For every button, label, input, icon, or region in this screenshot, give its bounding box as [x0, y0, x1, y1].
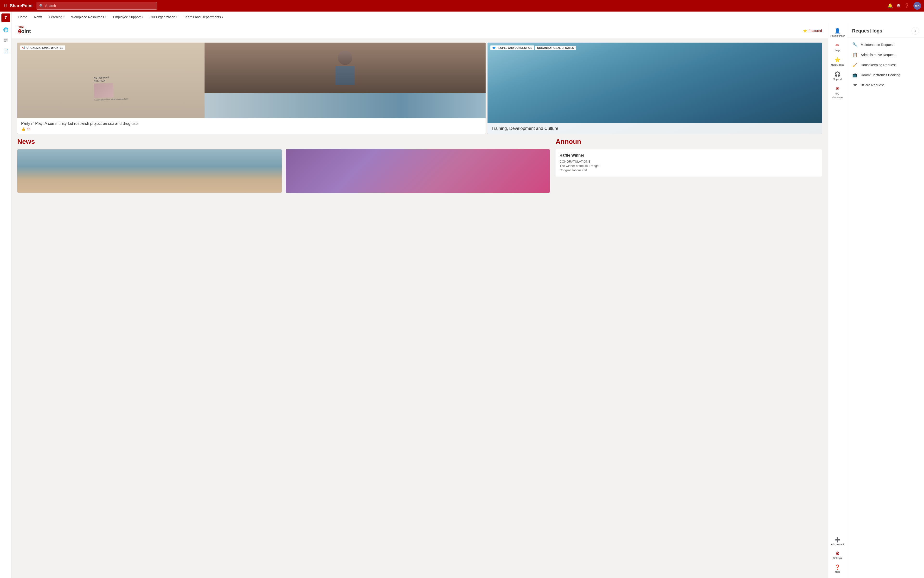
like-icon[interactable]: 👍	[21, 127, 25, 131]
quick-logs[interactable]: ✏ Logs	[829, 41, 846, 54]
help-sidebar-icon: ❓	[835, 564, 841, 570]
sidebar-collapse-btn[interactable]: ›	[911, 27, 919, 35]
collage-person-panel	[205, 42, 486, 93]
hero-card-left[interactable]: AS PESSOASPOLITICA Lorem ipsum dolor sit…	[17, 42, 486, 134]
weather-location: Vancouver	[832, 96, 843, 99]
sidebar-pages-icon[interactable]: 📰	[1, 36, 11, 45]
top-bar-right: 🔔 ⚙ ❓ MK	[887, 2, 921, 10]
nav-learning-label: Learning	[49, 15, 62, 19]
request-item-housekeeping[interactable]: 🧹 Housekeeping Request	[847, 60, 924, 70]
housekeeping-label: Housekeeping Request	[861, 63, 896, 67]
nav-employee-support-chevron: ▾	[142, 16, 143, 18]
nav-learning[interactable]: Learning ▾	[46, 11, 67, 23]
tag-label-left: ORGANIZATIONAL UPDATES	[26, 46, 63, 49]
quick-settings[interactable]: ⚙ Settings	[829, 549, 846, 562]
person-figure	[335, 50, 355, 85]
announce-col: Announ Raffle Winner CONGRATULATIONS The…	[556, 138, 822, 193]
search-box[interactable]: 🔍	[37, 2, 157, 10]
nav-employee-support[interactable]: Employee Support ▾	[110, 11, 146, 23]
quick-add-content[interactable]: ➕ Add content	[829, 535, 846, 548]
site-logo[interactable]: T	[2, 13, 10, 22]
search-input[interactable]	[45, 4, 154, 8]
logo-oint: oint	[21, 29, 31, 34]
settings-icon[interactable]: ⚙	[896, 3, 900, 8]
news-card-1[interactable]	[17, 149, 282, 193]
quick-weather[interactable]: ☀ 5°C Vancouver	[829, 84, 846, 101]
notifications-icon[interactable]: 🔔	[887, 3, 893, 8]
tag-people-conn: 👥 PEOPLE AND CONNECTION	[490, 45, 534, 50]
help-icon[interactable]: ❓	[904, 3, 909, 8]
announce-card-1: Raffle Winner CONGRATULATIONS The winner…	[556, 149, 822, 177]
nav-home[interactable]: Home	[15, 11, 30, 23]
nav-our-organization[interactable]: Our Organization ▾	[147, 11, 181, 23]
maintenance-label: Maintenance Request	[861, 43, 893, 47]
settings-sidebar-label: Settings	[833, 557, 842, 560]
nav-teams-chevron: ▾	[222, 16, 223, 18]
apps-icon[interactable]: ⠿	[3, 2, 8, 10]
news-col: News	[17, 138, 556, 193]
top-bar: ⠿ SharePoint 🔍 🔔 ⚙ ❓ MK	[0, 0, 924, 11]
hero-section: AS PESSOASPOLITICA Lorem ipsum dolor sit…	[17, 42, 822, 134]
avatar[interactable]: MK	[913, 2, 921, 10]
request-item-bcare[interactable]: ❤ BCare Request	[847, 80, 924, 90]
content-area: The oint ⭐ Featured	[11, 23, 828, 578]
quick-help[interactable]: ❓ Help	[829, 562, 846, 575]
request-item-admin[interactable]: 📋 Administrative Request	[847, 50, 924, 60]
nav-workplace-label: Workplace Resources	[71, 15, 104, 19]
quick-support[interactable]: 🎧 Support	[829, 69, 846, 83]
hero-card-right[interactable]: 👥 PEOPLE AND CONNECTION ORGANIZATIONAL U…	[488, 42, 822, 134]
tag-icon-left: 📢	[22, 46, 26, 49]
featured-label: Featured	[808, 29, 822, 33]
nav-workplace[interactable]: Workplace Resources ▾	[68, 11, 109, 23]
people-finder-icon: 👤	[835, 28, 841, 34]
announce-card-text2: The winner of the $5 Trong!!!	[560, 164, 818, 168]
nav-employee-support-label: Employee Support	[113, 15, 141, 19]
nav-learning-chevron: ▾	[63, 16, 65, 18]
announce-title: Announ	[556, 138, 822, 146]
search-icon: 🔍	[39, 4, 43, 8]
weather-temp: 5°C	[835, 93, 839, 95]
site-logo-area: The oint	[17, 25, 32, 37]
announce-card-title: Raffle Winner	[560, 153, 818, 157]
logo-point-row: oint	[18, 29, 31, 34]
quick-helpful-links[interactable]: ⭐ Helpful links	[829, 55, 846, 68]
nav-bar: Home News Learning ▾ Workplace Resources…	[11, 11, 924, 23]
support-label: Support	[833, 78, 842, 81]
main-content: The oint ⭐ Featured	[11, 23, 924, 578]
nav-news[interactable]: News	[31, 11, 45, 23]
logo-graphic: The oint	[18, 26, 31, 36]
hero-right-title: Training, Development and Culture	[491, 126, 818, 131]
sidebar-doc-icon[interactable]: 📄	[1, 46, 11, 56]
water-bg	[488, 42, 822, 134]
admin-label: Administrative Request	[861, 53, 895, 57]
hero-left-title: Party n' Play: A community-led research …	[21, 121, 482, 126]
featured-area: ⭐ Featured	[803, 29, 822, 33]
news-grid	[17, 149, 550, 193]
hero-right-bg	[488, 42, 822, 134]
request-item-maintenance[interactable]: 🔧 Maintenance Request	[847, 40, 924, 50]
left-sidebar: T 🌐 📰 📄	[0, 11, 11, 578]
logs-icon: ✏	[835, 42, 839, 48]
nav-our-organization-label: Our Organization	[150, 15, 176, 19]
brand-label: SharePoint	[10, 3, 33, 8]
like-count: 35	[27, 127, 30, 131]
site-logo-text: T	[4, 15, 7, 20]
hero-left-tag: 📢 ORGANIZATIONAL UPDATES	[20, 45, 65, 50]
person-head	[338, 50, 352, 65]
news-card-img-2	[286, 149, 550, 193]
weather-icon: ☀	[835, 86, 840, 91]
news-announce-row: News Announ Raf	[11, 138, 828, 198]
news-card-2[interactable]	[286, 149, 550, 193]
right-panel-title: Request logs	[852, 28, 882, 34]
site-header: The oint ⭐ Featured	[11, 23, 828, 39]
quick-people-finder[interactable]: 👤 People finder	[829, 26, 846, 39]
tag-label-org-right: ORGANIZATIONAL UPDATES	[537, 46, 574, 49]
helpful-links-icon: ⭐	[835, 57, 841, 63]
bcare-icon: ❤	[852, 83, 858, 88]
sidebar-home-icon[interactable]: 🌐	[1, 25, 11, 35]
request-item-room-booking[interactable]: 📺 Room/Electronics Booking	[847, 70, 924, 80]
nav-teams[interactable]: Teams and Departments ▾	[181, 11, 226, 23]
hero-left-meta: 👍 35	[21, 127, 482, 131]
star-icon: ⭐	[803, 29, 807, 33]
tag-org-updates-left: 📢 ORGANIZATIONAL UPDATES	[20, 45, 65, 50]
